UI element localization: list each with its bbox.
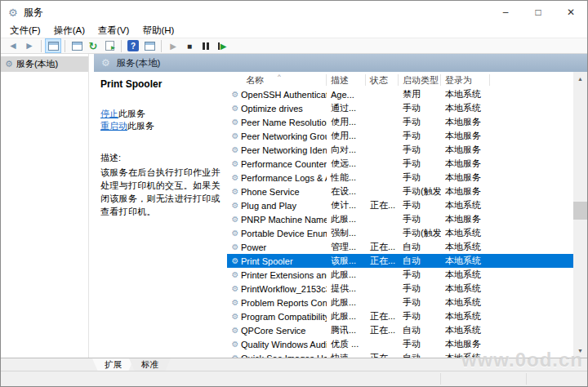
service-row[interactable]: ⚙ Portable Device Enumera... 强制... 手动(触发…: [227, 226, 573, 240]
service-row[interactable]: ⚙ Problem Reports Control... 此服... 手动 本地…: [227, 296, 573, 309]
service-logon-as-cell: 本地服务: [441, 158, 490, 170]
status-bar: [1, 371, 587, 386]
status-bar-divider: [526, 373, 527, 385]
menu-item[interactable]: 文件(F): [3, 24, 47, 37]
service-row[interactable]: ⚙ Print Spooler 该服... 正在... 自动 本地系统: [227, 254, 573, 268]
menu-item[interactable]: 帮助(H): [136, 24, 180, 37]
menu-item[interactable]: 操作(A): [47, 24, 91, 37]
close-button[interactable]: ✕: [555, 1, 587, 24]
service-startup-type-cell: 自动: [399, 241, 441, 253]
scroll-up-icon[interactable]: ▲: [573, 72, 587, 86]
service-row[interactable]: ⚙ Peer Name Resolution Pr... 使用... 手动 本地…: [227, 115, 573, 129]
service-row[interactable]: ⚙ PrintWorkflow_2153c368 提供... 手动 本地系统: [227, 282, 573, 296]
service-row[interactable]: ⚙ Performance Counter DL... 使远... 手动 本地服…: [227, 157, 573, 171]
service-row[interactable]: ⚙ PNRP Machine Name Pu... 此服... 手动 本地服务: [227, 212, 573, 226]
sidebar-item-label: 服务(本地): [16, 58, 58, 70]
refresh-button[interactable]: ↻: [85, 38, 101, 53]
service-row[interactable]: ⚙ Program Compatibility A... 此服... 正在...…: [227, 309, 573, 323]
service-row[interactable]: ⚙ Quality Windows Audio V... 优质 ... 手动 本…: [227, 337, 573, 351]
service-name-cell: Peer Networking Identity...: [241, 145, 327, 155]
column-header-name[interactable]: ^ 名称: [227, 74, 327, 86]
column-header-startup-type[interactable]: 启动类型: [399, 74, 441, 86]
service-rows: ⚙ OpenSSH Authentication ... Age... 禁用 本…: [227, 87, 573, 358]
service-logon-as-cell: 本地服务: [441, 185, 490, 198]
service-row[interactable]: ⚙ QPCore Service 腾讯... 正在... 自动 本地系统: [227, 323, 573, 337]
gear-icon: ⚙: [229, 173, 241, 182]
toolbar-separator: [121, 40, 122, 52]
service-status-cell: 正在...: [366, 199, 399, 211]
service-row[interactable]: ⚙ Optimize drives 通过... 手动 本地系统: [227, 101, 573, 115]
service-logon-as-cell: 本地系统: [441, 296, 490, 309]
export-list-icon: [105, 41, 114, 51]
show-console-tree-button[interactable]: [45, 38, 61, 53]
service-row[interactable]: ⚙ Quick See Images Helpe... 快速... 正在... …: [227, 351, 573, 358]
action-pane-icon: [145, 42, 155, 51]
pause-service-button[interactable]: [198, 38, 214, 53]
service-name-cell: QPCore Service: [241, 326, 327, 336]
gear-icon: ⚙: [101, 57, 110, 69]
selected-service-name: Print Spooler: [100, 78, 220, 90]
export-list-button[interactable]: [101, 38, 118, 53]
service-row[interactable]: ⚙ Plug and Play 使计... 正在... 手动 本地系统: [227, 198, 573, 212]
vertical-scrollbar[interactable]: ▲ ▼: [573, 72, 587, 358]
start-service-button[interactable]: ▶: [165, 38, 181, 53]
help-button[interactable]: ?: [125, 38, 141, 53]
service-logon-as-cell: 本地服务: [441, 171, 490, 184]
service-logon-as-cell: 本地服务: [441, 130, 490, 142]
gear-icon: ⚙: [229, 340, 241, 349]
service-name-cell: Optimize drives: [241, 104, 327, 113]
service-name-cell: PNRP Machine Name Pu...: [241, 215, 327, 225]
scrollbar-thumb[interactable]: [573, 202, 587, 220]
tab-standard[interactable]: 标准: [129, 358, 171, 371]
service-row[interactable]: ⚙ Peer Networking Identity... 向对... 手动 本…: [227, 143, 573, 157]
back-arrow-icon: ◄: [8, 40, 18, 51]
gear-icon: ⚙: [229, 215, 241, 224]
show-action-pane-button[interactable]: [141, 38, 158, 53]
service-name-cell: OpenSSH Authentication ...: [241, 90, 327, 100]
restart-service-link[interactable]: 重启动: [100, 121, 127, 131]
service-name-cell: Program Compatibility A...: [241, 312, 327, 322]
service-row[interactable]: ⚙ Printer Extensions and N... 此服... 手动 本…: [227, 268, 573, 282]
toolbar-separator: [41, 40, 42, 52]
service-list-pane: ^ 名称 描述 状态 启动类型 登录为 ⚙ OpenSSH Authentica…: [227, 72, 587, 358]
service-logon-as-cell: 本地系统: [441, 241, 490, 253]
list-header-row: ^ 名称 描述 状态 启动类型 登录为: [227, 72, 554, 87]
service-startup-type-cell: 手动: [399, 296, 441, 309]
service-info-pane: Print Spooler 停止此服务 重启动此服务 描述: 该服务在后台执行打…: [94, 72, 227, 358]
scroll-down-icon[interactable]: ▼: [573, 344, 587, 358]
minimize-button[interactable]: –: [489, 1, 522, 24]
toolbar-separator: [65, 40, 65, 52]
forward-button[interactable]: ►: [21, 38, 38, 53]
service-description-cell: 快速...: [327, 352, 366, 358]
tab-extended[interactable]: 扩展: [92, 358, 134, 371]
column-header-logon-as[interactable]: 登录为: [441, 74, 490, 86]
service-startup-type-cell: 手动: [399, 144, 441, 156]
gear-icon: ⚙: [229, 90, 241, 99]
column-header-description[interactable]: 描述: [327, 74, 366, 86]
service-row[interactable]: ⚙ Power 管理... 正在... 自动 本地系统: [227, 240, 573, 254]
menu-bar: 文件(F)操作(A)查看(V)帮助(H): [1, 24, 587, 38]
service-row[interactable]: ⚙ OpenSSH Authentication ... Age... 禁用 本…: [227, 87, 573, 101]
service-row[interactable]: ⚙ Phone Service 在设... 手动(触发... 本地服务: [227, 185, 573, 198]
back-button[interactable]: ◄: [5, 38, 21, 53]
pause-icon: [203, 42, 209, 50]
sidebar-item-services-local[interactable]: ⚙ 服务(本地): [1, 56, 88, 72]
properties-button[interactable]: [69, 38, 85, 53]
menu-item[interactable]: 查看(V): [91, 24, 136, 37]
stop-service-button[interactable]: ■: [181, 38, 198, 53]
column-header-status[interactable]: 状态: [366, 74, 399, 86]
service-name-cell: Peer Networking Groupi...: [241, 131, 327, 141]
column-header-name-label: 名称: [246, 75, 264, 85]
window-controls: – □ ✕: [489, 1, 587, 24]
service-description-cell: 使用...: [327, 116, 366, 128]
restart-service-button[interactable]: ▶: [214, 38, 230, 53]
service-description-cell: 使计...: [327, 199, 366, 211]
gear-icon: ⚙: [229, 229, 241, 238]
service-row[interactable]: ⚙ Performance Logs & Aler... 性能... 手动 本地…: [227, 171, 573, 185]
service-row[interactable]: ⚙ Peer Networking Groupi... 使用... 手动 本地服…: [227, 129, 573, 143]
service-startup-type-cell: 手动: [399, 199, 441, 211]
maximize-button[interactable]: □: [522, 1, 555, 24]
description-text: 该服务在后台执行打印作业并处理与打印机的交互。如果关闭该服务，则无法进行打印或查…: [100, 166, 220, 218]
service-description-cell: 该服...: [327, 255, 366, 267]
stop-service-link[interactable]: 停止: [100, 109, 118, 118]
